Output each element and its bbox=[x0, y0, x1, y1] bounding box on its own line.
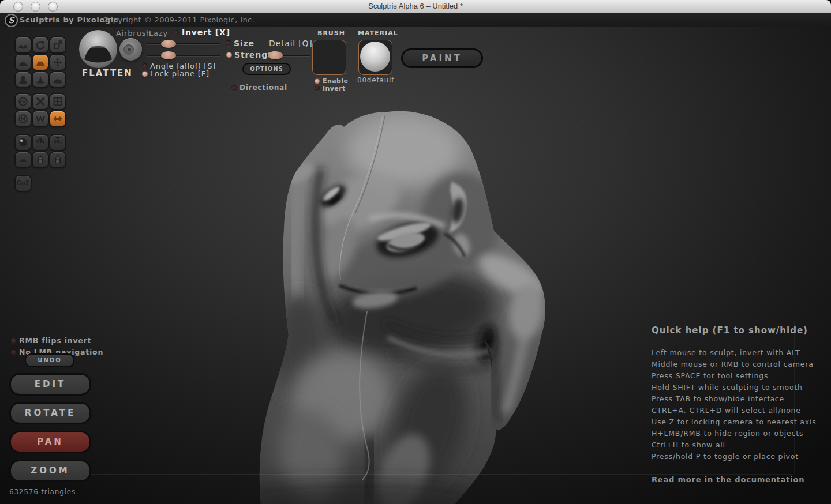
flatten-icon bbox=[35, 57, 46, 67]
quick-help-line: Hold SHIFT while sculpting to smooth bbox=[652, 383, 803, 392]
quick-help-line: H+LMB/RMB to hide region or objects bbox=[652, 429, 803, 438]
detail-slider-handle[interactable] bbox=[268, 51, 283, 59]
detail-label: Detail [Q] bbox=[269, 39, 313, 48]
title-bar: Sculptris Alpha 6 – Untitled * bbox=[0, 0, 831, 13]
tool-export-obj-button[interactable]: OBJ bbox=[50, 135, 65, 150]
tool-goz-button[interactable]: GoZ bbox=[16, 176, 31, 191]
goz-icon: GoZ bbox=[16, 176, 31, 191]
quick-help-line: Use Z for locking camera to nearest axis bbox=[652, 418, 817, 426]
brush-box-title: BRUSH bbox=[317, 29, 345, 37]
tool-draw-button[interactable] bbox=[16, 55, 31, 70]
tool-inflate-button[interactable] bbox=[16, 72, 31, 87]
strength-slider-handle[interactable] bbox=[161, 51, 176, 59]
quick-help-line: Press SPACE for tool settings bbox=[652, 371, 768, 380]
quick-help-line: Left mouse to sculpt, invert with ALT bbox=[652, 348, 800, 357]
scale-icon bbox=[53, 40, 63, 50]
tool-crease-button[interactable] bbox=[16, 37, 31, 52]
tool-new-plane-button[interactable] bbox=[16, 152, 31, 167]
rotate-button[interactable]: ROTATE bbox=[9, 402, 91, 424]
tool-reduce-brush-button[interactable] bbox=[16, 94, 31, 109]
lazy-label: Lazy bbox=[149, 29, 168, 37]
material-name: 00default bbox=[357, 76, 395, 84]
brush-preview-sphere bbox=[78, 29, 118, 69]
tool-subdivide-button[interactable] bbox=[50, 94, 65, 109]
rotate-icon bbox=[35, 40, 46, 50]
tool-symmetry-button[interactable] bbox=[50, 111, 65, 126]
copyright-text: Copyright © 2009-2011 Pixologic, Inc. bbox=[103, 16, 254, 24]
symmetry-icon bbox=[53, 114, 63, 124]
angle-falloff-radio[interactable] bbox=[142, 63, 148, 69]
brush-texture-box[interactable] bbox=[312, 40, 346, 75]
mask-icon bbox=[18, 114, 28, 124]
wireframe-icon bbox=[35, 114, 46, 124]
tool-wireframe-button[interactable] bbox=[33, 111, 48, 126]
no-lmb-navigation-radio[interactable] bbox=[11, 349, 16, 355]
size-radio[interactable] bbox=[226, 40, 231, 46]
tool-grab-button[interactable] bbox=[50, 55, 65, 70]
undo-button[interactable]: UNDO bbox=[25, 353, 74, 367]
invert-x-label[interactable]: Invert [X] bbox=[182, 28, 230, 37]
zoom-button[interactable]: ZOOM bbox=[9, 460, 91, 482]
tool-import-obj-button[interactable]: OBJ bbox=[33, 135, 48, 150]
rmb-flips-invert-radio[interactable] bbox=[11, 338, 16, 343]
inflate-icon bbox=[18, 74, 28, 85]
lock-plane-label[interactable]: Lock plane [F] bbox=[150, 69, 209, 78]
triangle-count: 632576 triangles bbox=[9, 488, 76, 496]
brush-invert-radio[interactable] bbox=[315, 86, 320, 91]
reduce-brush-icon bbox=[18, 96, 28, 107]
quick-help-line: Press TAB to show/hide interface bbox=[652, 394, 784, 403]
detail-slider[interactable] bbox=[267, 51, 310, 59]
tool-new-sphere-button[interactable] bbox=[16, 135, 31, 150]
tool-flatten-button[interactable] bbox=[33, 55, 48, 70]
crease-icon bbox=[18, 40, 28, 50]
material-sphere-preview bbox=[360, 42, 390, 72]
brand-bar: S Sculptris by Pixologic Copyright © 200… bbox=[0, 13, 831, 27]
tool-mask-button[interactable] bbox=[16, 111, 31, 126]
options-button[interactable]: OPTIONS bbox=[242, 63, 291, 75]
brush-enable-radio[interactable] bbox=[315, 78, 320, 84]
rmb-flips-invert-label[interactable]: RMB flips invert bbox=[19, 336, 91, 345]
directional-radio[interactable] bbox=[231, 85, 237, 91]
size-label[interactable]: Size bbox=[234, 39, 254, 48]
quick-help-line: Press/hold P to toggle or place pivot bbox=[652, 452, 799, 461]
pan-button[interactable]: PAN bbox=[9, 431, 91, 453]
smooth-icon bbox=[53, 74, 63, 85]
tool-rotate-button[interactable] bbox=[33, 37, 48, 52]
save-file-icon bbox=[53, 155, 63, 165]
tool-reduce-selected-button[interactable] bbox=[33, 94, 48, 109]
tool-save-file-button[interactable] bbox=[50, 152, 65, 167]
window-title: Sculptris Alpha 6 – Untitled * bbox=[0, 2, 831, 10]
strength-radio[interactable] bbox=[226, 52, 232, 58]
tool-pinch-button[interactable] bbox=[33, 72, 48, 87]
strength-slider[interactable] bbox=[147, 51, 220, 59]
subdivide-icon bbox=[53, 96, 63, 107]
brush-invert-label[interactable]: Invert bbox=[323, 85, 346, 92]
sculptris-window: Sculptris Alpha 6 – Untitled * S Sculptr… bbox=[0, 0, 831, 504]
quick-help-line: CTRL+A, CTRL+D will select all/none bbox=[652, 406, 801, 415]
tool-scale-button[interactable] bbox=[50, 37, 65, 52]
active-tool-name: FLATTEN bbox=[78, 68, 136, 78]
new-plane-icon bbox=[18, 155, 28, 165]
edit-button[interactable]: EDIT bbox=[9, 373, 91, 396]
size-slider-handle[interactable] bbox=[161, 40, 176, 48]
reduce-selected-icon bbox=[35, 96, 46, 107]
quick-help-line: Middle mouse or RMB to control camera bbox=[652, 360, 814, 368]
sculptris-logo-icon: S bbox=[5, 14, 18, 27]
material-box[interactable] bbox=[358, 40, 392, 75]
paint-button[interactable]: PAINT bbox=[401, 48, 483, 68]
documentation-link[interactable]: Read more in the documentation bbox=[652, 475, 804, 484]
tool-open-file-button[interactable] bbox=[33, 152, 48, 167]
brush-enable-label[interactable]: Enable bbox=[323, 77, 348, 85]
lock-plane-radio[interactable] bbox=[142, 71, 148, 77]
invert-x-radio[interactable] bbox=[173, 30, 179, 36]
material-box-title: MATERIAL bbox=[358, 29, 398, 37]
quick-help-line: Ctrl+H to show all bbox=[652, 441, 725, 449]
airbrush-knob-dot bbox=[128, 48, 131, 51]
tool-smooth-button[interactable] bbox=[50, 72, 65, 87]
size-slider[interactable] bbox=[147, 40, 220, 48]
draw-icon bbox=[18, 57, 28, 67]
directional-label[interactable]: Directional bbox=[239, 84, 287, 92]
new-sphere-icon bbox=[18, 137, 28, 148]
airbrush-label: Airbrush bbox=[116, 29, 151, 37]
airbrush-knob[interactable] bbox=[119, 38, 142, 61]
